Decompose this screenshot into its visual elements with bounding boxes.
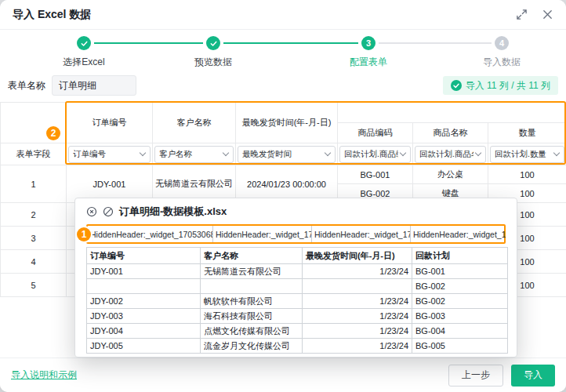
chevron-down-icon xyxy=(400,150,406,156)
chevron-down-icon xyxy=(325,150,331,156)
hidden-header-cell: HiddenHeader:_widget_17053068 xyxy=(312,226,411,242)
table-cell: BG-001 xyxy=(338,165,413,184)
excel-cell: BG-002 xyxy=(412,279,508,294)
form-name-row: 表单名称 订单明细 导入 11 列 / 共 11 列 xyxy=(0,74,566,97)
excel-row: JDY-003 海石科技有限公司 1/23/24 BG-003 xyxy=(87,309,508,324)
excel-cell: JDY-004 xyxy=(87,324,201,339)
excel-column-header: 最晚发货时间(年-月-日) xyxy=(303,248,412,264)
field-select-customer[interactable]: 客户名称 xyxy=(154,146,234,163)
excel-header-row: 订单编号 客户名称 最晚发货时间(年-月-日) 回款计划 xyxy=(87,248,508,264)
step-select-excel[interactable]: 选择Excel xyxy=(29,36,139,69)
close-icon[interactable] xyxy=(542,9,553,20)
row-index-cell: 5 xyxy=(1,274,67,297)
excel-cell: JDY-005 xyxy=(87,339,201,354)
excel-cell: JDY-001 xyxy=(87,264,201,279)
excel-cell: 1/23/24 xyxy=(303,339,412,354)
step-label: 预览数据 xyxy=(158,56,268,69)
hidden-header-highlight-box: 1 HiddenHeader:_widget_170530681221 Hidd… xyxy=(86,224,506,244)
excel-cell xyxy=(303,279,412,294)
excel-cell: BG-005 xyxy=(412,339,508,354)
field-select-quantity[interactable]: 回款计划.数量 xyxy=(490,146,564,163)
check-icon xyxy=(80,39,89,48)
prev-step-button[interactable]: 上一步 xyxy=(448,365,503,387)
table-cell: 100 xyxy=(488,165,566,184)
hidden-header-cell: HiddenHeader:_widget_17053068 xyxy=(213,226,312,242)
excel-row: JDY-002 帆软软件有限公司 1/23/24 BG-002 xyxy=(87,294,508,309)
field-row-label: 表单字段 xyxy=(1,143,67,165)
excel-cell: 点燃文化传媒有限公司 xyxy=(201,324,303,339)
subform-group-header xyxy=(338,103,566,123)
excel-cell: BG-001 xyxy=(412,264,508,279)
excel-row: BG-002 xyxy=(87,279,508,294)
dialog-footer: 导入说明和示例 上一步 导入 xyxy=(0,358,566,392)
excel-cell: 海石科技有限公司 xyxy=(201,309,303,324)
footer-buttons: 上一步 导入 xyxy=(448,365,555,387)
import-help-link[interactable]: 导入说明和示例 xyxy=(11,368,77,382)
import-button[interactable]: 导入 xyxy=(511,365,555,387)
column-header-product-code: 商品编码 xyxy=(338,123,413,143)
column-header-product-name: 商品名称 xyxy=(413,123,488,143)
hidden-header-cell: HiddenHeader:_widget_170530681221 xyxy=(88,226,213,242)
popup-title: 订单明细-数据模板.xlsx xyxy=(119,205,227,219)
excel-row: JDY-005 流金岁月文化传媒公司 1/23/24 BG-005 xyxy=(87,339,508,354)
popup-header: 订单明细-数据模板.xlsx xyxy=(75,198,517,222)
field-select-order-no[interactable]: 订单编号 xyxy=(68,146,151,163)
field-select-value: 回款计划.商品编码 xyxy=(344,149,398,160)
excel-cell: BG-003 xyxy=(412,309,508,324)
column-header-customer: 客户名称 xyxy=(153,103,236,143)
excel-cell: JDY-002 xyxy=(87,294,201,309)
step-pending-circle: 4 xyxy=(495,36,509,50)
dialog-title: 导入 Excel 数据 xyxy=(13,8,91,22)
corner-cell xyxy=(1,103,67,143)
callout-1-badge: 1 xyxy=(77,227,91,241)
excel-cell: BG-004 xyxy=(412,324,508,339)
import-count-badge: 导入 11 列 / 共 11 列 xyxy=(443,76,558,95)
step-preview-data[interactable]: 预览数据 xyxy=(158,36,268,69)
excel-preview-popup: 订单明细-数据模板.xlsx 1 HiddenHeader:_widget_17… xyxy=(74,198,517,358)
chevron-down-icon xyxy=(553,150,560,156)
excel-column-header: 回款计划 xyxy=(412,248,508,264)
row-index-cell: 1 xyxy=(1,165,67,203)
excel-column-header: 订单编号 xyxy=(87,248,201,264)
expand-icon[interactable] xyxy=(516,9,528,20)
dialog-titlebar: 导入 Excel 数据 xyxy=(0,0,566,30)
hidden-header-cell: HiddenHeader:_widget_1705306812216 xyxy=(411,226,506,242)
field-select-ship-time[interactable]: 最晚发货时间 xyxy=(238,146,336,163)
excel-row: JDY-004 点燃文化传媒有限公司 1/23/24 BG-004 xyxy=(87,324,508,339)
chevron-down-icon xyxy=(223,150,229,156)
step-configure-form[interactable]: 3 配置表单 xyxy=(314,36,423,69)
excel-preview-table: 订单编号 客户名称 最晚发货时间(年-月-日) 回款计划 JDY-001 无锡简… xyxy=(86,247,508,354)
step-label: 导入数据 xyxy=(447,56,557,69)
excel-cell: 1/23/24 xyxy=(303,324,412,339)
row-index-cell: 2 xyxy=(1,203,67,227)
stepper: 选择Excel 预览数据 3 配置表单 4 导入数据 xyxy=(0,30,566,75)
check-circle-icon xyxy=(451,80,462,91)
excel-cell: 流金岁月文化传媒公司 xyxy=(201,339,303,354)
table-row: 1 JDY-001 无锡简道云有限公司 2024/01/23 00:00:00 … xyxy=(1,165,566,184)
close-circle-icon[interactable] xyxy=(86,206,97,217)
import-count-text: 导入 11 列 / 共 11 列 xyxy=(466,79,550,93)
field-select-product-code[interactable]: 回款计划.商品编码 xyxy=(339,146,411,163)
form-name-label: 表单名称 xyxy=(8,79,45,93)
row-index-cell: 4 xyxy=(1,250,67,274)
table-cell: 办公桌 xyxy=(413,165,488,184)
import-excel-dialog: 导入 Excel 数据 选择Excel xyxy=(0,0,566,392)
step-import-data[interactable]: 4 导入数据 xyxy=(447,36,557,69)
step-label: 配置表单 xyxy=(314,56,423,69)
row-index-cell: 3 xyxy=(1,227,67,250)
field-select-product-name[interactable]: 回款计划.商品名称 xyxy=(415,146,486,163)
excel-cell: BG-002 xyxy=(412,294,508,309)
field-select-value: 回款计划.数量 xyxy=(495,149,552,160)
step-done-circle xyxy=(77,36,91,50)
titlebar-icons xyxy=(516,9,553,20)
form-name-input[interactable]: 订单明细 xyxy=(52,75,136,96)
step-done-circle xyxy=(206,36,220,50)
excel-cell: 无锡简道云有限公司 xyxy=(201,264,303,279)
excel-column-header: 客户名称 xyxy=(201,248,303,264)
chevron-down-icon xyxy=(140,150,146,156)
excel-cell: 1/23/24 xyxy=(303,264,412,279)
excel-row: JDY-001 无锡简道云有限公司 1/23/24 BG-001 xyxy=(87,264,508,279)
slash-circle-icon[interactable] xyxy=(103,206,114,217)
excel-cell: 1/23/24 xyxy=(303,309,412,324)
chevron-down-icon xyxy=(475,150,481,156)
